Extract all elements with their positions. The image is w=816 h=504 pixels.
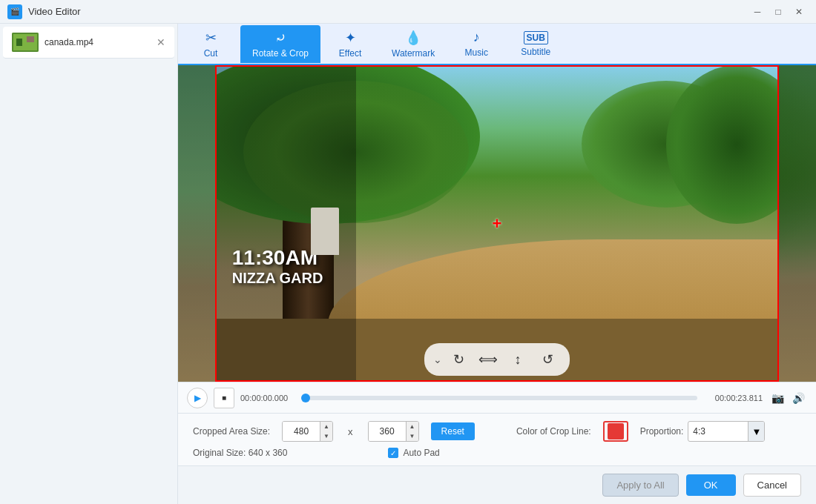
tab-cut-label: Cut — [204, 48, 218, 59]
width-up-arrow[interactable]: ▲ — [320, 422, 332, 431]
flip-horizontal-button[interactable]: ⟺ — [475, 346, 501, 373]
proportion-dropdown-arrow[interactable]: ▼ — [748, 422, 764, 441]
height-input[interactable] — [369, 422, 406, 441]
tab-bar: ✂ Cut ⤾ Rotate & Crop ✦ Effect 💧 Waterma… — [178, 24, 816, 65]
time-total: 00:00:23.811 — [703, 394, 763, 402]
content-area: ✂ Cut ⤾ Rotate & Crop ✦ Effect 💧 Waterma… — [178, 24, 816, 504]
screenshot-icon[interactable]: 📷 — [769, 389, 786, 407]
file-tab[interactable]: canada.mp4 ✕ — [3, 27, 174, 59]
auto-pad-label: Auto Pad — [403, 448, 439, 458]
original-size-label: Original Size: 640 x 360 — [193, 448, 287, 458]
crosshair: + — [493, 214, 502, 233]
music-icon: ♪ — [473, 30, 480, 45]
auto-pad-wrap: ✓ Auto Pad — [388, 448, 439, 458]
rotate-ccw-button[interactable]: ↺ — [534, 346, 561, 373]
tab-watermark-label: Watermark — [392, 48, 435, 59]
progress-track[interactable] — [306, 396, 697, 400]
playback-icons: 📷 🔊 — [769, 389, 807, 407]
proportion-label: Proportion: — [640, 426, 684, 437]
color-crop-wrap — [603, 421, 628, 442]
x-separator: x — [348, 426, 353, 437]
svg-rect-3 — [27, 36, 34, 42]
rotate-cw-button[interactable]: ↻ — [445, 346, 472, 373]
volume-icon[interactable]: 🔊 — [789, 389, 807, 407]
watermark-icon: 💧 — [405, 30, 421, 46]
action-bar: Apply to All OK Cancel — [178, 465, 816, 504]
proportion-select-wrap: Free Original 4:3 16:9 1:1 2:3 3:2 ▼ — [688, 421, 765, 442]
controls-row-2: Original Size: 640 x 360 ✓ Auto Pad — [193, 448, 801, 458]
close-button[interactable]: ✕ — [789, 4, 809, 19]
apply-to-all-button[interactable]: Apply to All — [602, 474, 678, 497]
cancel-button[interactable]: Cancel — [743, 474, 801, 497]
proportion-wrap: Proportion: Free Original 4:3 16:9 1:1 2… — [640, 421, 766, 442]
controls-panel: Cropped Area Size: ▲ ▼ x ▲ ▼ Reset — [178, 413, 816, 465]
width-down-arrow[interactable]: ▼ — [320, 431, 332, 441]
tab-subtitle-label: Subtitle — [521, 47, 550, 57]
color-label: Color of Crop Line: — [516, 426, 591, 437]
subtitle-icon: SUB — [524, 31, 548, 44]
window-controls: ─ □ ✕ — [748, 4, 809, 19]
time-current: 00:00:00.000 — [240, 394, 300, 402]
file-name: canada.mp4 — [45, 37, 151, 47]
tab-rotate-label: Rotate & Crop — [252, 48, 309, 59]
rotate-icon: ⤾ — [275, 30, 286, 46]
tab-cut[interactable]: ✂ Cut — [181, 25, 240, 63]
progress-thumb[interactable] — [301, 394, 310, 402]
effect-icon: ✦ — [345, 30, 356, 46]
tab-music[interactable]: ♪ Music — [447, 25, 506, 62]
video-container: 11:30AM NIZZA GARD + ⌄ ↻ ⟺ ↕ ↺ — [178, 65, 816, 382]
svg-rect-2 — [16, 39, 22, 46]
video-time-text: 11:30AM NIZZA GARD — [232, 246, 323, 287]
crop-color-picker[interactable] — [608, 423, 624, 440]
width-input[interactable] — [283, 422, 320, 441]
cropped-area-label: Cropped Area Size: — [193, 426, 270, 437]
app-title: Video Editor — [28, 6, 81, 17]
height-down-arrow[interactable]: ▼ — [407, 431, 418, 441]
tab-effect-label: Effect — [339, 48, 361, 59]
file-thumbnail — [12, 33, 39, 52]
minimize-button[interactable]: ─ — [748, 4, 767, 19]
play-button[interactable]: ▶ — [187, 388, 208, 408]
tab-rotate-crop[interactable]: ⤾ Rotate & Crop — [240, 25, 320, 63]
video-toolbar: ⌄ ↻ ⟺ ↕ ↺ — [424, 343, 570, 376]
tab-effect[interactable]: ✦ Effect — [320, 25, 380, 63]
maximize-button[interactable]: □ — [769, 4, 788, 19]
tab-watermark[interactable]: 💧 Watermark — [380, 25, 447, 63]
playback-bar: ▶ ■ 00:00:00.000 00:00:23.811 📷 🔊 — [178, 382, 816, 413]
ok-button[interactable]: OK — [686, 474, 736, 496]
crop-area: 11:30AM NIZZA GARD + — [215, 65, 779, 382]
stop-button[interactable]: ■ — [214, 388, 234, 408]
height-up-arrow[interactable]: ▲ — [407, 422, 418, 431]
controls-row-1: Cropped Area Size: ▲ ▼ x ▲ ▼ Reset — [193, 421, 801, 442]
title-bar: 🎬 Video Editor ─ □ ✕ — [0, 0, 816, 24]
sidebar: canada.mp4 ✕ — [0, 24, 178, 504]
proportion-select[interactable]: Free Original 4:3 16:9 1:1 2:3 3:2 — [688, 422, 748, 441]
flip-vertical-button[interactable]: ↕ — [504, 346, 531, 373]
tab-subtitle[interactable]: SUB Subtitle — [506, 27, 565, 62]
checkbox-check-icon: ✓ — [390, 449, 396, 457]
file-close-button[interactable]: ✕ — [157, 36, 165, 48]
reset-button[interactable]: Reset — [431, 422, 475, 440]
height-input-wrap: ▲ ▼ — [368, 421, 419, 442]
width-input-wrap: ▲ ▼ — [282, 421, 333, 442]
cut-icon: ✂ — [205, 30, 217, 46]
auto-pad-checkbox[interactable]: ✓ — [388, 448, 398, 458]
tab-music-label: Music — [465, 47, 488, 58]
chevron-down-icon[interactable]: ⌄ — [433, 354, 442, 365]
app-icon: 🎬 — [7, 4, 22, 19]
